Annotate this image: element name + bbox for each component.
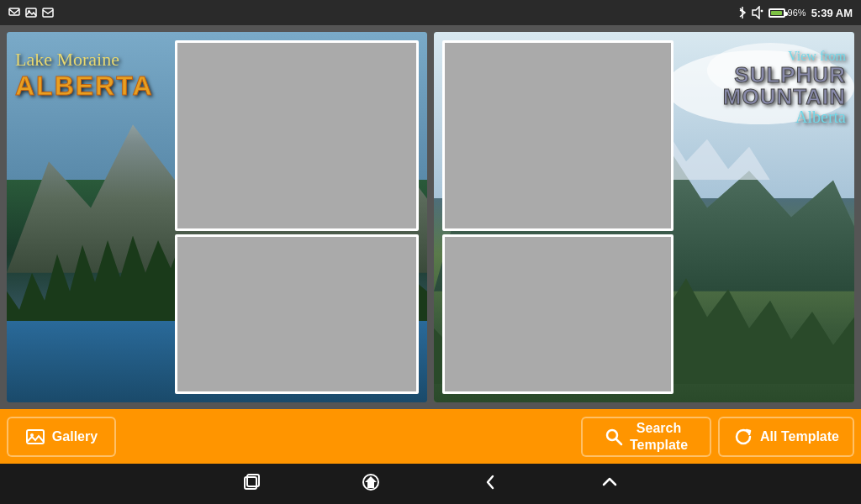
photo-slot-2[interactable]	[175, 234, 419, 394]
status-time: 5:39 AM	[811, 7, 853, 19]
svg-line-11	[616, 439, 621, 444]
status-bar-right: 96% 5:39 AM	[738, 6, 853, 19]
search-template-line1: Search	[637, 420, 681, 436]
main-content: Lake Moraine ALBERTA	[0, 25, 861, 409]
system-nav	[0, 464, 861, 504]
status-bar: 96% 5:39 AM	[0, 0, 861, 25]
svg-marker-15	[365, 476, 377, 488]
bluetooth-icon	[738, 6, 747, 19]
back-button[interactable]	[481, 473, 499, 495]
refresh-icon	[733, 427, 753, 447]
photo-slots-left	[175, 40, 419, 394]
photo-slot-1[interactable]	[175, 40, 419, 231]
battery-percentage: 96%	[788, 8, 806, 18]
bottom-nav: Gallery Search Template All Template	[0, 409, 861, 464]
search-template-line2: Template	[630, 437, 688, 453]
template-card-sulphur[interactable]: View from SULPHURMOUNTAIN Alberta	[434, 32, 854, 402]
home-button[interactable]	[362, 473, 380, 495]
all-template-label: All Template	[760, 429, 839, 444]
search-template-label-container: Search Template	[630, 420, 688, 452]
email-icon	[42, 8, 54, 18]
gallery-label: Gallery	[52, 429, 98, 444]
status-bar-left	[8, 8, 54, 18]
search-template-button[interactable]: Search Template	[581, 417, 711, 457]
gallery-button[interactable]: Gallery	[7, 417, 116, 457]
all-template-button[interactable]: All Template	[718, 417, 854, 457]
recents-button[interactable]	[242, 473, 261, 495]
mute-icon	[752, 6, 763, 19]
svg-rect-8	[27, 430, 44, 444]
search-icon	[605, 428, 623, 446]
photo-slot-3[interactable]	[442, 40, 673, 231]
gallery-icon	[25, 427, 45, 447]
image-notification-icon	[25, 8, 37, 18]
svg-rect-3	[43, 8, 53, 17]
template-card-lake-moraine[interactable]: Lake Moraine ALBERTA	[7, 32, 427, 402]
photo-slot-4[interactable]	[442, 234, 673, 394]
minimize-button[interactable]	[600, 473, 619, 495]
photo-slots-right	[442, 40, 673, 394]
battery-indicator: 96%	[769, 8, 806, 18]
svg-marker-5	[753, 7, 759, 18]
notification-icon	[8, 8, 20, 18]
